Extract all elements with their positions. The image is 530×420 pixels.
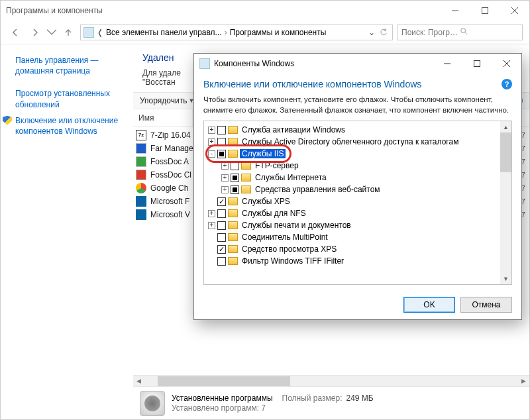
tree-node[interactable]: +Средства управления веб-сайтом <box>205 184 499 195</box>
checkbox[interactable] <box>217 245 226 254</box>
breadcrumb-dropdown[interactable]: ⌄ <box>368 28 375 37</box>
expand-icon[interactable]: + <box>221 186 229 193</box>
dialog-minimize-button[interactable] <box>432 54 462 74</box>
expand-placeholder <box>208 258 215 265</box>
checkbox[interactable] <box>217 257 226 266</box>
dialog-close-button[interactable] <box>492 54 521 74</box>
status-title: Установленные программы <box>172 394 273 403</box>
folder-icon <box>228 150 238 158</box>
column-name[interactable]: Имя <box>133 109 193 127</box>
expand-icon[interactable]: + <box>208 210 215 217</box>
scroll-thumb[interactable] <box>500 132 511 172</box>
expand-icon[interactable]: + <box>208 138 215 146</box>
dialog-title: Компоненты Windows <box>214 59 432 68</box>
tree-node[interactable]: -Службы IIS <box>205 148 499 160</box>
search-icon <box>460 27 518 37</box>
organize-button[interactable]: Упорядочить ▼ <box>140 96 194 105</box>
tree-node-label: Соединитель MultiPoint <box>240 233 330 242</box>
sidebar: Панель управления — домашняя страница Пр… <box>1 44 133 419</box>
close-button[interactable] <box>500 1 529 21</box>
tree-node[interactable]: +Службы печати и документов <box>205 219 499 231</box>
program-icon: 7z <box>136 130 146 140</box>
scroll-left-arrow[interactable]: ◀ <box>133 376 144 387</box>
dialog-heading-row: Включение или отключение компонентов Win… <box>203 79 512 89</box>
ok-button[interactable]: OK <box>403 297 455 313</box>
program-name: Google Ch <box>150 184 188 193</box>
expand-icon[interactable]: + <box>208 127 215 134</box>
checkbox[interactable] <box>217 233 226 242</box>
checkbox[interactable] <box>217 126 226 134</box>
tree-content: +Служба активации Windows+Службы Active … <box>204 121 500 284</box>
breadcrumb-bar[interactable]: ❬ Все элементы панели управл... › Програ… <box>80 25 393 40</box>
tree-node-label: Службы Интернета <box>253 173 329 182</box>
recent-dropdown[interactable] <box>47 25 56 40</box>
tree-node[interactable]: Фильтр Windows TIFF IFilter <box>205 255 499 267</box>
up-button[interactable] <box>60 25 76 40</box>
vertical-scrollbar[interactable]: ▲ ▼ <box>500 121 511 284</box>
tree-node-label: Средство просмотра XPS <box>240 244 339 254</box>
features-icon <box>199 58 210 69</box>
chevron-right-icon: › <box>225 28 227 37</box>
tree-node[interactable]: Службы XPS <box>205 195 499 207</box>
checkbox[interactable] <box>217 197 226 206</box>
checkbox[interactable] <box>217 209 226 218</box>
tree-node[interactable]: +Службы для NFS <box>205 207 499 219</box>
tree-node-label: Службы XPS <box>240 197 292 206</box>
dialog-maximize-button[interactable] <box>462 54 492 74</box>
folder-icon <box>241 162 251 170</box>
breadcrumb-item[interactable]: Все элементы панели управл... <box>106 28 222 37</box>
scroll-up-arrow[interactable]: ▲ <box>500 121 511 132</box>
svg-line-5 <box>465 32 467 34</box>
checkbox[interactable] <box>217 150 226 158</box>
folder-icon <box>228 126 238 134</box>
forward-button[interactable] <box>27 25 43 40</box>
tree-node-label: Служба активации Windows <box>240 125 347 134</box>
svg-point-4 <box>461 28 466 33</box>
tree-node[interactable]: Соединитель MultiPoint <box>205 231 499 243</box>
back-button[interactable] <box>7 25 23 40</box>
scroll-right-arrow[interactable]: ▶ <box>518 376 529 387</box>
dialog-body: Включение или отключение компонентов Win… <box>194 74 521 290</box>
search-input[interactable]: Поиск: Программы и компо... <box>397 25 523 40</box>
tree-node-label: Фильтр Windows TIFF IFilter <box>240 256 346 266</box>
tree-node[interactable]: +Служба активации Windows <box>205 124 499 136</box>
cancel-button[interactable]: Отмена <box>460 297 512 313</box>
checkbox[interactable] <box>231 174 239 182</box>
collapse-icon[interactable]: - <box>208 150 215 158</box>
tree-node[interactable]: +FTP-сервер <box>205 160 499 172</box>
tree-node[interactable]: Средство просмотра XPS <box>205 243 499 255</box>
tree-node-label: Средства управления веб-сайтом <box>253 185 382 194</box>
control-panel-icon <box>83 27 94 38</box>
maximize-button[interactable] <box>470 1 500 21</box>
program-name: Microsoft F <box>150 197 189 206</box>
program-name: Microsoft V <box>150 210 190 219</box>
scroll-thumb[interactable] <box>158 376 290 386</box>
sidebar-link-updates[interactable]: Просмотр установленных обновлений <box>1 85 133 112</box>
scroll-down-arrow[interactable]: ▼ <box>500 273 511 284</box>
folder-icon <box>228 138 238 146</box>
checkbox[interactable] <box>231 185 239 194</box>
minimize-button[interactable] <box>440 1 470 21</box>
checkbox[interactable] <box>217 138 226 146</box>
tree-node[interactable]: +Службы Интернета <box>205 172 499 184</box>
horizontal-scrollbar[interactable]: ◀ ▶ <box>133 375 529 386</box>
status-info: Установленные программы Полный размер: 2… <box>172 394 374 413</box>
expand-icon[interactable]: + <box>221 162 229 170</box>
expand-icon[interactable]: + <box>221 174 229 182</box>
folder-icon <box>241 174 251 182</box>
checkbox[interactable] <box>231 162 239 170</box>
refresh-icon[interactable] <box>378 28 390 36</box>
features-tree: +Служба активации Windows+Службы Active … <box>203 121 512 285</box>
status-count: Установлено программ: 7 <box>172 403 374 413</box>
program-name: FossDoc Cl <box>150 170 191 180</box>
sidebar-link-home[interactable]: Панель управления — домашняя страница <box>1 52 133 79</box>
folder-icon <box>228 197 238 205</box>
breadcrumb-item[interactable]: Программы и компоненты <box>230 28 327 37</box>
tree-node[interactable]: +Службы Active Directory облегченного до… <box>205 136 499 148</box>
checkbox[interactable] <box>217 221 226 230</box>
expand-icon[interactable]: + <box>208 222 215 229</box>
shield-icon <box>3 116 12 125</box>
sidebar-link-features[interactable]: Включение или отключение компонентов Win… <box>1 113 133 139</box>
help-icon[interactable]: ? <box>502 79 512 89</box>
status-size-value: 249 МБ <box>346 394 374 403</box>
